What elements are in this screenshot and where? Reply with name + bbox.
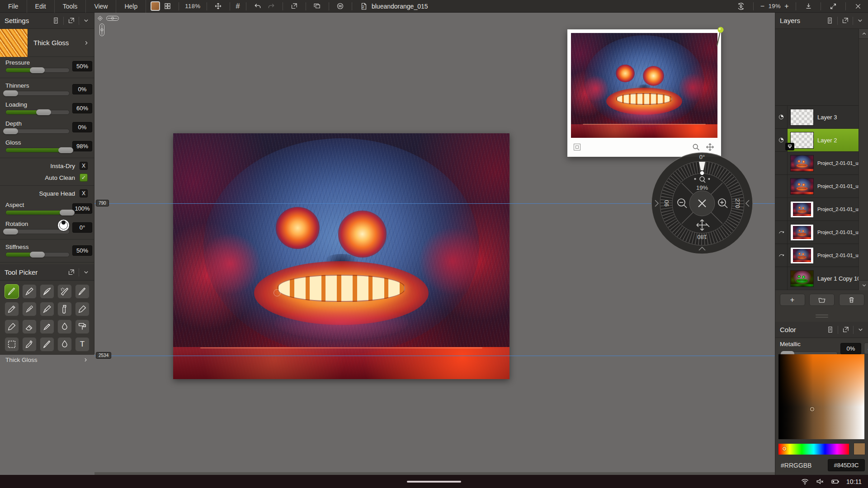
gloss-value[interactable]: 98% [72, 141, 92, 151]
export-button[interactable] [289, 1, 300, 12]
reference-image-panel[interactable] [567, 29, 721, 157]
collapsed-preset-chevron-icon[interactable] [83, 357, 89, 363]
zoom-in-button[interactable]: + [784, 2, 789, 10]
layer-row-project-2[interactable]: Project_2-01-01_upsca [775, 174, 859, 197]
layer-opacity-icon[interactable] [778, 114, 784, 120]
undo-button[interactable] [252, 1, 263, 12]
reset-view-button[interactable] [736, 1, 746, 12]
thinners-value[interactable]: 0% [72, 84, 92, 94]
settings-panel-header[interactable]: Settings [0, 13, 94, 29]
guide-position-tag[interactable]: 790 [96, 200, 109, 206]
insta-dry-checkbox[interactable]: X [80, 162, 88, 170]
battery-icon[interactable] [830, 477, 840, 486]
color-list-icon[interactable] [826, 326, 834, 333]
minimize-button[interactable] [803, 1, 814, 12]
layer-row-project-1[interactable]: Project_2-01-01_upsca [775, 151, 859, 174]
color-gradient-square[interactable] [778, 354, 864, 439]
tool-roller[interactable] [75, 319, 90, 334]
zoom-out-button[interactable]: − [760, 2, 765, 10]
tool-ink-pen[interactable] [22, 284, 37, 299]
tool-text[interactable]: T [75, 337, 90, 352]
rotation-dial[interactable] [57, 219, 70, 231]
layer-row-layer2-selected[interactable]: Layer 2 [775, 128, 859, 151]
hex-value-field[interactable]: #845D3C [828, 459, 865, 471]
depth-slider[interactable] [5, 129, 70, 134]
brush-preset-thumbnail[interactable] [0, 29, 28, 57]
horizontal-guide-2[interactable]: 2534 [94, 356, 775, 356]
aspect-value[interactable]: 100% [72, 203, 92, 214]
tool-airbrush[interactable] [57, 284, 72, 299]
gloss-slider[interactable] [5, 148, 70, 153]
layer-thumbnail[interactable] [790, 270, 814, 287]
delete-layer-button[interactable] [839, 294, 864, 306]
layer-name[interactable]: Layer 3 [817, 114, 837, 121]
reference-rings-button[interactable] [335, 1, 346, 12]
layer-thumbnail[interactable] [790, 178, 814, 195]
tool-knife[interactable] [5, 319, 19, 334]
reference-options-icon[interactable] [574, 144, 580, 150]
loading-slider[interactable] [5, 110, 70, 115]
add-layer-button[interactable]: + [780, 294, 805, 306]
color-panel-header[interactable]: Color [775, 322, 868, 338]
layer-thumbnail[interactable] [790, 155, 814, 172]
scroll-down-icon[interactable] [859, 280, 868, 290]
tool-detail-brush[interactable] [40, 337, 54, 352]
brush-preset-row[interactable]: Thick Gloss [0, 29, 94, 57]
depth-value[interactable]: 0% [72, 122, 92, 132]
tool-picker-header[interactable]: Tool Picker [0, 264, 94, 281]
panel-resize-handle[interactable] [775, 310, 868, 322]
tool-oil-brush[interactable] [5, 284, 19, 299]
layer-opacity-icon[interactable] [778, 137, 784, 143]
guide-position-tag[interactable]: 2534 [96, 352, 111, 359]
tool-crayon[interactable] [22, 302, 37, 316]
tool-smudge[interactable] [57, 319, 72, 334]
layer-thumbnail[interactable] [790, 201, 814, 218]
settings-list-icon[interactable] [52, 17, 60, 24]
menu-edit[interactable]: Edit [27, 0, 55, 13]
color-popout-icon[interactable] [842, 326, 849, 333]
tool-paint-tube[interactable] [57, 302, 72, 316]
scroll-up-icon[interactable] [859, 29, 868, 39]
tool-selection[interactable] [5, 337, 19, 352]
layer-thumbnail[interactable] [790, 247, 814, 264]
guide-origin-handle[interactable] [97, 15, 104, 22]
thinners-slider[interactable] [5, 91, 70, 96]
layer-thumbnail[interactable] [790, 224, 814, 241]
preset-chevron-icon[interactable] [83, 40, 94, 46]
taskbar-app-indicator[interactable] [407, 481, 461, 483]
menu-help[interactable]: Help [116, 0, 146, 13]
tool-eraser[interactable] [22, 319, 37, 334]
layer-row-layer3[interactable]: Layer 3 [775, 105, 859, 128]
tool-blob[interactable] [57, 337, 72, 352]
hue-bar[interactable] [778, 444, 849, 455]
canvas-navigation-puck[interactable]: 0° 90 270 180 19% [648, 149, 756, 258]
close-button[interactable] [853, 1, 863, 12]
layer-thumbnail[interactable] [790, 109, 814, 126]
auto-clean-checkbox[interactable]: ✓ [80, 174, 88, 182]
layers-collapse-icon[interactable] [857, 17, 863, 24]
volume-muted-icon[interactable] [816, 477, 824, 486]
metallic-value[interactable]: 0% [840, 343, 861, 354]
layer-row-layer1-copy10[interactable]: Layer 1 Copy 10 [775, 267, 859, 290]
brush-color-swatch[interactable] [151, 1, 160, 11]
reference-pin[interactable] [713, 26, 725, 48]
wifi-icon[interactable] [801, 477, 809, 486]
canvas-workspace[interactable]: 790 2534 [94, 13, 775, 475]
stiffness-value[interactable]: 50% [72, 245, 92, 256]
tool-eyedropper[interactable] [22, 337, 37, 352]
tool-felt-pen[interactable] [75, 284, 90, 299]
stiffness-slider[interactable] [5, 252, 70, 257]
layer-row-project-4[interactable]: Project_2-01-01_upsca [775, 221, 859, 244]
tool-quill[interactable] [40, 284, 54, 299]
layers-scrollbar[interactable] [859, 29, 868, 290]
layers-panel-header[interactable]: Layers [775, 13, 868, 29]
settings-popout-icon[interactable] [67, 17, 75, 24]
vertical-guide-handle[interactable] [99, 23, 104, 36]
view-zoom-value[interactable]: 19% [769, 3, 781, 9]
layers-list-icon[interactable] [826, 17, 834, 24]
collapsed-preset-bar[interactable]: Thick Gloss [0, 354, 94, 365]
settings-collapse-icon[interactable] [83, 17, 90, 24]
tool-picker-collapse-icon[interactable] [83, 269, 90, 276]
square-head-checkbox[interactable]: X [80, 189, 88, 197]
layer-group-button[interactable] [809, 294, 835, 306]
